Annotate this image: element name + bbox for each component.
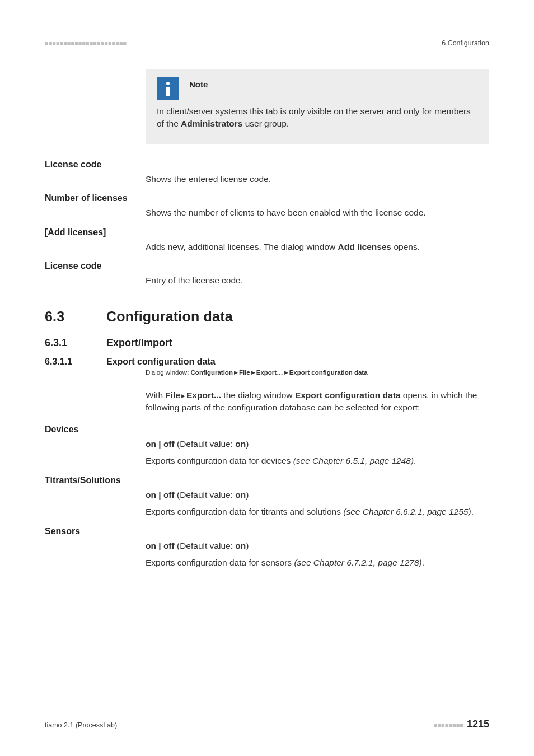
intro-bold: File (165, 390, 180, 400)
note-body-post: user group. (242, 119, 289, 128)
option-body: on | off (Default value: on) Exports con… (146, 475, 489, 519)
option-default-onoff: on | off (146, 541, 175, 550)
page-footer: tiamo 2.1 (ProcessLab) ■■■■■■■■ 1215 (45, 718, 489, 730)
section-number: 6.3 (45, 309, 106, 325)
term-row: License code Entry of the license code. (45, 261, 489, 287)
option-default-post: ) (246, 490, 249, 500)
option-group: Sensors on | off (Default value: on) Exp… (45, 526, 489, 570)
option-default-val: on (235, 490, 246, 500)
dialog-path-part: File (239, 369, 250, 376)
term-label: License code (45, 160, 146, 185)
triangle-icon: ▶ (283, 370, 289, 375)
option-default-mid: (Default value: (175, 541, 236, 550)
term-body-pre: Adds new, additional licenses. The dialo… (146, 242, 338, 251)
term-row: [Add licenses] Adds new, additional lice… (45, 227, 489, 253)
dialog-path-part: Configuration (191, 369, 233, 376)
triangle-icon: ▶ (250, 370, 256, 375)
subsection-number: 6.3.1 (45, 337, 106, 349)
term-body-bold: Add licenses (338, 242, 392, 251)
option-default-onoff: on | off (146, 439, 175, 449)
option-label: Sensors (45, 526, 146, 570)
option-group: Devices on | off (Default value: on) Exp… (45, 424, 489, 468)
option-desc-post: . (414, 456, 416, 465)
option-desc-pre: Exports configuration data for titrants … (146, 507, 343, 516)
triangle-icon: ▶ (180, 393, 186, 400)
header-section-label: 6 Configuration (442, 39, 489, 47)
section-title: Configuration data (106, 309, 233, 324)
option-desc-pre: Exports configuration data for devices (146, 456, 293, 465)
option-desc-post: . (471, 507, 474, 516)
option-desc-ref: (see Chapter 6.6.2.1, page 1255) (343, 507, 471, 516)
header-dots: ■■■■■■■■■■■■■■■■■■■■■■ (45, 40, 127, 46)
info-icon (157, 77, 179, 100)
triangle-icon: ▶ (233, 370, 239, 375)
note-body-bold: Administrators (181, 119, 242, 128)
option-label: Devices (45, 424, 146, 468)
option-default-val: on (235, 541, 246, 550)
intro-paragraph: With File▶Export... the dialog window Ex… (146, 389, 489, 414)
option-default-val: on (235, 439, 246, 449)
note-box: Note In client/server systems this tab i… (146, 69, 489, 144)
option-label: Titrants/Solutions (45, 475, 146, 519)
term-label: Number of licenses (45, 193, 146, 219)
option-default-post: ) (246, 541, 249, 550)
option-desc-post: . (422, 558, 424, 567)
footer-dots: ■■■■■■■■ (434, 722, 463, 729)
term-body-post: opens. (391, 242, 420, 251)
option-default-mid: (Default value: (175, 439, 236, 449)
dialog-path-part: Export… (256, 369, 283, 376)
option-body: on | off (Default value: on) Exports con… (146, 424, 489, 468)
footer-product: tiamo 2.1 (ProcessLab) (45, 721, 117, 729)
term-body: Adds new, additional licenses. The dialo… (146, 227, 489, 253)
page-header: ■■■■■■■■■■■■■■■■■■■■■■ 6 Configuration (45, 39, 489, 47)
term-label: License code (45, 261, 146, 287)
note-title: Note (189, 80, 478, 91)
term-row: Number of licenses Shows the number of c… (45, 193, 489, 219)
option-group: Titrants/Solutions on | off (Default val… (45, 475, 489, 519)
option-desc-ref: (see Chapter 6.5.1, page 1248) (293, 456, 414, 465)
dialog-path: Dialog window: Configuration▶File▶Export… (146, 369, 489, 376)
subsubsection-number: 6.3.1.1 (45, 357, 106, 367)
option-body: on | off (Default value: on) Exports con… (146, 526, 489, 570)
intro-mid: the dialog window (221, 390, 295, 400)
term-body: Shows the number of clients to have been… (146, 193, 489, 219)
option-desc-ref: (see Chapter 6.7.2.1, page 1278) (294, 558, 421, 567)
term-row: License code Shows the entered license c… (45, 160, 489, 185)
subsection-heading: 6.3.1Export/Import (45, 337, 489, 349)
subsubsection-title: Export configuration data (106, 357, 216, 366)
term-body: Shows the entered license code. (146, 160, 489, 185)
dialog-path-prefix: Dialog window: (146, 369, 191, 376)
section-heading: 6.3Configuration data (45, 309, 489, 325)
option-desc-pre: Exports configuration data for sensors (146, 558, 294, 567)
option-default-onoff: on | off (146, 490, 175, 500)
footer-page-number: 1215 (467, 718, 489, 730)
dialog-path-part: Export configuration data (289, 369, 368, 376)
intro-bold: Export configuration data (295, 390, 401, 400)
intro-pre: With (146, 390, 165, 400)
note-body: In client/server systems this tab is onl… (157, 105, 478, 130)
option-default-mid: (Default value: (175, 490, 236, 500)
subsubsection-heading: 6.3.1.1Export configuration data (45, 357, 489, 367)
option-default-post: ) (246, 439, 249, 449)
intro-bold: Export... (186, 390, 221, 400)
term-label: [Add licenses] (45, 227, 146, 253)
subsection-title: Export/Import (106, 337, 172, 348)
term-body: Entry of the license code. (146, 261, 489, 287)
